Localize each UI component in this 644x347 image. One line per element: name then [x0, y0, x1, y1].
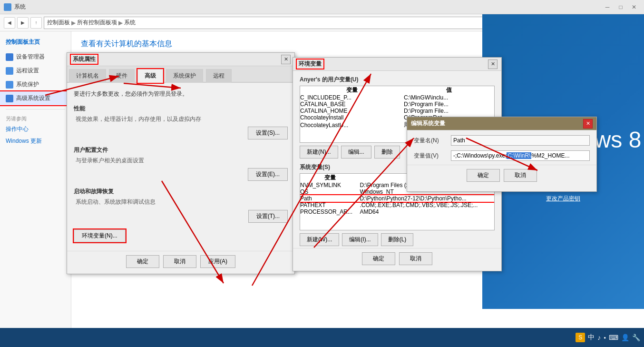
performance-title: 性能 — [74, 105, 288, 113]
sys-var-name-0: NVM_SYMLINK — [300, 182, 360, 188]
also-see-label: 另请参阅 — [0, 113, 71, 123]
sys-props-ok[interactable]: 确定 — [126, 255, 159, 268]
user-col-val: 值 — [404, 86, 494, 94]
user-var-name-3: ChocolateyInstall — [300, 114, 404, 121]
var-name-label: 变量名(N) — [414, 137, 447, 145]
edit-dialog: 编辑系统变量 ✕ 变量名(N) 变量值(V) -;C:\Windows\py.e… — [407, 117, 597, 192]
sidebar: 控制面板主页 设备管理器 远程设置 系统保护 高级系统设置 另请参阅 操作中心 … — [0, 31, 71, 328]
sidebar-action-center[interactable]: 操作中心 — [0, 123, 71, 135]
user-edit-btn[interactable]: 编辑... — [341, 146, 371, 159]
user-vars-title: Anyer's 的用户变量(U) — [300, 76, 495, 84]
device-manager-icon — [6, 53, 13, 61]
var-value-row: 变量值(V) -;C:\Windows\py.exe; C:\WinR\ %M2… — [414, 150, 590, 161]
address-bar[interactable]: 控制面板 ▶ 所有控制面板项 ▶ 系统 — [44, 17, 551, 29]
tab-computer-name[interactable]: 计算机名 — [69, 69, 106, 83]
edit-ok-btn[interactable]: 确定 — [467, 169, 500, 182]
up-button[interactable]: ↑ — [30, 17, 42, 29]
close-button[interactable]: ✕ — [628, 1, 640, 13]
env-ok-btn[interactable]: 确定 — [362, 252, 395, 265]
sys-props-close[interactable]: ✕ — [281, 55, 291, 64]
back-button[interactable]: ◀ — [4, 17, 15, 29]
product-key-link[interactable]: 更改产品密钥 — [546, 195, 580, 203]
env-vars-button[interactable]: 环境变量(N)... — [74, 229, 126, 242]
minimize-button[interactable]: ─ — [601, 1, 614, 13]
breadcrumb-all: 所有控制面板项 — [77, 19, 117, 27]
sys-props-footer: 确定 取消 应用(A) — [67, 251, 294, 274]
sys-var-val-path: D:\Python\Python27-12\D:\Python\Pytho... — [360, 195, 494, 202]
window-title: 系统 — [14, 3, 26, 11]
sys-props-cancel[interactable]: 取消 — [163, 255, 196, 268]
breadcrumb-system: 系统 — [124, 19, 136, 27]
sidebar-item-remote[interactable]: 远程设置 — [0, 64, 71, 78]
tab-hardware[interactable]: 硬件 — [109, 69, 135, 83]
user-var-row-2[interactable]: CATALINA_HOME D:\Program File... — [300, 108, 494, 114]
performance-settings-btn[interactable]: 设置(S)... — [248, 127, 288, 139]
var-name-input[interactable] — [451, 135, 590, 146]
tab-sys-protect[interactable]: 系统保护 — [166, 69, 203, 83]
taskbar-icon-keyboard: ⌨ — [609, 334, 618, 341]
sys-var-row-4[interactable]: PROCESSOR_AR... AMD64 — [300, 208, 494, 215]
var-name-row: 变量名(N) — [414, 135, 590, 146]
sidebar-label-device: 设备管理器 — [16, 53, 45, 61]
sys-edit-btn[interactable]: 编辑(I)... — [342, 233, 378, 246]
forward-button[interactable]: ▶ — [17, 17, 29, 29]
var-value-input[interactable]: -;C:\Windows\py.exe; C:\WinR\ %M2_HOME..… — [451, 150, 590, 161]
var-value-label: 变量值(V) — [414, 152, 447, 160]
user-var-val-0: C:\MinGW\inclu... — [404, 94, 494, 101]
sys-new-btn[interactable]: 新建(W)... — [300, 233, 339, 246]
env-dialog-close[interactable]: ✕ — [488, 59, 498, 69]
sys-vars-btns: 新建(W)... 编辑(I)... 删除(L) — [300, 233, 495, 246]
sidebar-main-title: 控制面板主页 — [0, 36, 71, 50]
sys-var-val-4: AMD64 — [360, 208, 494, 215]
sys-props-titlebar: 系统属性 ✕ — [67, 53, 294, 66]
sys-delete-btn[interactable]: 删除(L) — [381, 233, 414, 246]
sys-col-var: 变量 — [300, 174, 360, 182]
edit-dialog-close[interactable]: ✕ — [583, 119, 593, 129]
performance-section: 性能 视觉效果，处理器计划，内存使用，以及虚拟内存 设置(S)... — [74, 105, 288, 139]
sidebar-label-sysprotect: 系统保护 — [16, 80, 39, 89]
user-profiles-section: 用户配置文件 与登录帐户相关的桌面设置 设置(E)... — [74, 146, 288, 181]
edit-titlebar: 编辑系统变量 ✕ — [407, 117, 596, 130]
dialog-tabs: 计算机名 硬件 高级 系统保护 远程 — [67, 66, 294, 83]
sys-var-val-3: .COM;.EXE;.BAT;.CMD;.VBS;.VBE;.JS;.JSE;.… — [360, 202, 494, 208]
sidebar-label-remote: 远程设置 — [16, 67, 39, 75]
var-value-highlighted: C:\WinR\ — [507, 152, 531, 159]
user-var-name-2: CATALINA_HOME — [300, 108, 404, 114]
sidebar-windows-update[interactable]: Windows 更新 — [0, 135, 71, 147]
env-dialog-title: 环境变量 — [297, 59, 323, 69]
tab-advanced[interactable]: 高级 — [137, 69, 163, 83]
user-profiles-settings-btn[interactable]: 设置(E)... — [248, 168, 288, 181]
performance-text: 视觉效果，处理器计划，内存使用，以及虚拟内存 — [74, 115, 288, 124]
user-var-row-0[interactable]: C_INCLUDEDE_P... C:\MinGW\inclu... — [300, 94, 494, 101]
breadcrumb-cp: 控制面板 — [47, 19, 70, 27]
sys-var-name-4: PROCESSOR_AR... — [300, 208, 360, 215]
user-profiles-text: 与登录帐户相关的桌面设置 — [74, 156, 288, 165]
user-new-btn[interactable]: 新建(N)... — [300, 146, 338, 159]
sidebar-item-advanced[interactable]: 高级系统设置 — [0, 91, 71, 105]
sys-props-apply[interactable]: 应用(A) — [200, 255, 235, 268]
user-var-name-0: C_INCLUDEDE_P... — [300, 94, 404, 101]
tab-remote[interactable]: 远程 — [206, 69, 232, 83]
sys-var-row-3[interactable]: PATHEXT .COM;.EXE;.BAT;.CMD;.VBS;.VBE;.J… — [300, 202, 494, 208]
env-titlebar: 环境变量 ✕ — [293, 58, 501, 71]
sidebar-label-advanced: 高级系统设置 — [16, 94, 50, 102]
user-var-name-4: ChocolateyLastU... — [300, 121, 404, 129]
taskbar-icon-s: S — [576, 333, 585, 342]
env-dialog-footer: 确定 取消 — [293, 248, 501, 271]
edit-dialog-title: 编辑系统变量 — [411, 119, 445, 128]
sys-props-title: 系统属性 — [71, 55, 98, 64]
sidebar-item-device-manager[interactable]: 设备管理器 — [0, 50, 71, 64]
taskbar-icon-user: 👤 — [621, 334, 629, 341]
sys-var-name-1: OS — [300, 188, 360, 195]
sys-var-row-path[interactable]: Path D:\Python\Python27-12\D:\Python\Pyt… — [300, 195, 494, 202]
edit-cancel-btn[interactable]: 取消 — [504, 169, 537, 182]
user-var-row-1[interactable]: CATALINA_BASE D:\Program File... — [300, 101, 494, 108]
sidebar-item-sys-protect[interactable]: 系统保护 — [0, 78, 71, 91]
maximize-button[interactable]: □ — [615, 1, 627, 13]
user-col-var: 变量 — [300, 86, 404, 94]
user-delete-btn[interactable]: 删除 — [374, 146, 400, 159]
sys-props-dialog: 系统属性 ✕ 计算机名 硬件 高级 系统保护 远程 要进行大多数更改，您必须作为… — [67, 52, 295, 274]
env-cancel-btn[interactable]: 取消 — [399, 252, 432, 265]
startup-settings-btn[interactable]: 设置(T)... — [248, 210, 288, 223]
window-icon — [4, 3, 11, 11]
